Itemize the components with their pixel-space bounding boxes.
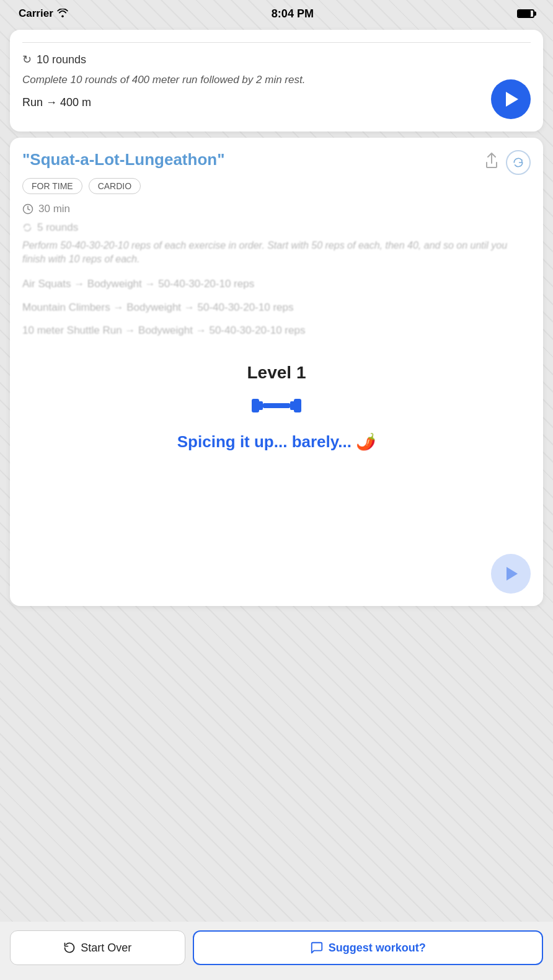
- svg-rect-5: [294, 399, 301, 412]
- battery-indicator: [517, 9, 534, 18]
- status-left: Carrier: [19, 7, 68, 20]
- status-bar: Carrier 8:04 PM: [0, 0, 553, 27]
- workout-card-2: "Squat-a-Lot-Lungeathon" FOR TIME CARDIO: [10, 138, 543, 606]
- carrier-label: Carrier: [19, 7, 53, 20]
- spice-text: Spicing it up... barely... 🌶️: [177, 432, 376, 452]
- wifi-icon: [57, 9, 68, 19]
- duration-row: 30 min: [22, 203, 531, 215]
- duration-text: 30 min: [38, 203, 70, 215]
- start-over-button[interactable]: Start Over: [10, 930, 185, 965]
- card1-description: Complete 10 rounds of 400 meter run foll…: [22, 73, 531, 87]
- rounds-text: 10 rounds: [37, 53, 86, 66]
- svg-rect-3: [263, 403, 290, 408]
- play-triangle: [506, 92, 518, 107]
- suggest-workout-button[interactable]: Suggest workout?: [193, 930, 543, 965]
- rounds-icon: ↻: [22, 53, 32, 66]
- svg-rect-2: [258, 401, 263, 410]
- status-time: 8:04 PM: [272, 7, 314, 20]
- tags-row: FOR TIME CARDIO: [22, 178, 531, 194]
- card1-play-button[interactable]: [491, 79, 531, 119]
- level-title: Level 1: [247, 363, 306, 383]
- workout-card-1: ↻ 10 rounds Complete 10 rounds of 400 me…: [10, 30, 543, 131]
- rounds-row: ↻ 10 rounds: [22, 53, 531, 66]
- start-over-label: Start Over: [81, 942, 131, 955]
- card-actions: [485, 150, 531, 175]
- tag-for-time: FOR TIME: [22, 178, 82, 194]
- share-icon[interactable]: [485, 153, 498, 172]
- card1-exercise: Run → 400 m: [22, 96, 531, 109]
- refresh-circle-button[interactable]: [506, 150, 531, 175]
- dumbbell-icon: [252, 390, 301, 424]
- workout-title: "Squat-a-Lot-Lungeathon": [22, 150, 531, 169]
- suggest-label: Suggest workout?: [329, 942, 426, 955]
- bottom-bar: Start Over Suggest workout?: [0, 922, 553, 980]
- tag-cardio: CARDIO: [89, 178, 141, 194]
